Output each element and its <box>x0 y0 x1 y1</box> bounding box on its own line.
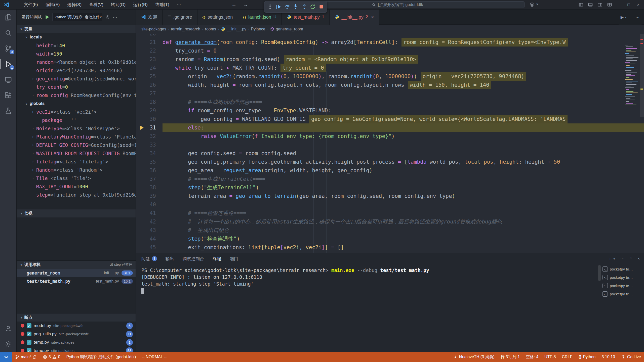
close-icon[interactable]: × <box>371 15 374 20</box>
code-line-22[interactable]: 22 try_count = 0 <box>136 47 644 55</box>
variable-row[interactable]: ›NoiseType = <class 'NoiseType'> <box>17 124 136 132</box>
status-go-live[interactable]: Go Live <box>618 352 644 362</box>
code-line-39[interactable]: 39 terrain_area = geo_area_to_terrain(ge… <box>136 192 644 200</box>
variable-row[interactable]: ›TileTag = <class 'TileTag'> <box>17 157 136 166</box>
status-git-author[interactable]: blueloveTH (3 周前) <box>451 352 497 362</box>
panel-tab-输出[interactable]: 输出 <box>166 253 174 264</box>
breakpoint-row[interactable]: ✓model.pysite-packages\wfc6 <box>17 322 136 330</box>
code-line-33[interactable]: 33 <box>136 141 644 149</box>
debug-config-dropdown[interactable]: Python 调试程序: 启动文件∨ <box>52 13 102 21</box>
code-line-24[interactable]: 24 while try_count < MAX_TRY_COUNT:try_c… <box>136 64 644 72</box>
code-line-30[interactable]: 30 geo_config = WASTELAND_GEO_CONFIGgeo_… <box>136 115 644 123</box>
terminal-instance[interactable]: >_pocketpy te… <box>602 290 643 298</box>
code-line-29[interactable]: 29 if room_config.env_type == EnvType.WA… <box>136 106 644 115</box>
terminal-instance[interactable]: >_pocketpy te… <box>602 265 643 273</box>
breakpoint-checkbox[interactable]: ✓ <box>27 348 31 352</box>
status-cursor-position[interactable]: 行 31, 列 1 <box>498 352 523 362</box>
minimize-button[interactable]: – <box>615 1 623 9</box>
menu-终端(T)[interactable]: 终端(T) <box>151 0 173 10</box>
variable-row[interactable]: width = 150 <box>17 50 136 58</box>
status-debug-config[interactable]: Python 调试程序: 启动文件 (godot-ldtk) <box>63 352 139 362</box>
close-button[interactable]: × <box>634 1 642 9</box>
status-eol[interactable]: CRLF <box>559 352 575 362</box>
step-into-button[interactable] <box>292 2 300 11</box>
menu-···[interactable]: ··· <box>173 0 185 10</box>
panel-tab-终端[interactable]: 终端 <box>213 253 221 264</box>
breakpoint-checkbox[interactable]: ✓ <box>27 340 31 345</box>
code-line-45[interactable]: 45 exit_combinations: list[tuple[vec2i, … <box>136 243 644 252</box>
menu-转到(G)[interactable]: 转到(G) <box>107 0 130 10</box>
variable-row[interactable]: ›geo_config = GeoConfig(seed=None, wor… <box>17 74 136 83</box>
code-line-21[interactable]: 21def generate_room(room_config: RoomReq… <box>136 38 644 47</box>
gear-icon[interactable] <box>105 14 110 20</box>
status-python-version[interactable]: 3.10.10 <box>598 352 618 362</box>
menu-文件(F)[interactable]: 文件(F) <box>20 0 42 10</box>
activitybar-remote-explorer[interactable] <box>0 72 17 87</box>
activitybar-source-control[interactable]: 3 <box>0 41 17 56</box>
activitybar-explorer[interactable] <box>0 10 17 25</box>
code-line-37[interactable]: 37 # ====生成TerrainCell==== <box>136 175 644 183</box>
variable-row[interactable]: height = 140 <box>17 41 136 50</box>
breadcrumb-item[interactable]: terrain_research <box>171 27 200 31</box>
minimap[interactable] <box>625 45 640 108</box>
breakpoint-checkbox[interactable]: ✓ <box>27 323 31 328</box>
status-indentation[interactable]: 空格: 4 <box>523 352 541 362</box>
activitybar-account[interactable] <box>0 321 17 336</box>
code-line-27[interactable]: 27 <box>136 89 644 98</box>
code-line-23[interactable]: 23 random = Random(room_config.seed)rand… <box>136 55 644 64</box>
menu-查看(V)[interactable]: 查看(V) <box>85 0 107 10</box>
code-line-41[interactable]: 41 # ====检查连通性==== <box>136 209 644 217</box>
variable-row[interactable]: __package__ = '' <box>17 116 136 124</box>
toggle-panel-left-icon[interactable] <box>577 1 585 9</box>
status-branch-indicator[interactable]: main* <box>12 352 40 362</box>
more-actions-icon[interactable]: ⋯ <box>620 256 624 261</box>
breakpoint-checkbox[interactable]: ✓ <box>27 332 31 336</box>
tab-.gdignore[interactable]: ☰.gdignore <box>163 10 197 25</box>
stack-frame[interactable]: generate_room__init__.py31:1 <box>17 269 136 277</box>
variable-row[interactable]: ›WASTELAND_ROOM_REQUEST_CONFIG = RoomR… <box>17 149 136 157</box>
close-panel-icon[interactable]: × <box>637 256 640 261</box>
code-line-20[interactable]: 20 <box>136 34 644 38</box>
variable-row[interactable]: ›room_config = RoomRequestConfig(env_t… <box>17 91 136 99</box>
new-terminal-icon[interactable]: ＋∨ <box>608 256 615 262</box>
breadcrumb-item[interactable]: __init__.py <box>221 27 246 32</box>
copilot-menu[interactable]: ∨ <box>529 2 538 7</box>
breadcrumb-item[interactable]: Pylance <box>251 27 265 31</box>
step-over-button[interactable] <box>283 2 291 11</box>
activitybar-search[interactable] <box>0 25 17 41</box>
breadcrumb-item[interactable]: site-packages <box>141 27 166 31</box>
activitybar-extensions[interactable] <box>0 87 17 103</box>
tab-__init__.py[interactable]: __init__.py2× <box>330 10 379 25</box>
more-actions-icon[interactable]: ⋯ <box>635 15 639 20</box>
tree-group-globals[interactable]: ∨globals <box>17 99 136 108</box>
terminal-output[interactable]: PS C:\computer_science\godot-ldtk\site-p… <box>141 267 592 294</box>
variable-row[interactable]: ›Tile = <class 'Tile'> <box>17 174 136 182</box>
variable-row[interactable]: origin = vec2i(7205730, 9024468) <box>17 66 136 74</box>
menu-选择(S)[interactable]: 选择(S) <box>63 0 85 10</box>
tab-settings.json[interactable]: {}settings.json <box>197 10 238 25</box>
variable-row[interactable]: ›Random = <class 'Random'> <box>17 166 136 174</box>
breakpoint-row[interactable]: ✓png_utils.pysite-packages\wfc11 <box>17 330 136 338</box>
variable-row[interactable]: random = <Random object at 0x1bf9d01e… <box>17 58 136 66</box>
code-line-43[interactable]: 43 # 生成出口组合 <box>136 226 644 235</box>
activitybar-settings[interactable] <box>0 336 17 352</box>
callstack-section-header[interactable]: ∨ 调用堆栈 因 step 已暂停 <box>17 260 136 269</box>
stop-button[interactable] <box>317 2 325 11</box>
terminal-instance[interactable]: >_pocketpy te… <box>602 273 643 282</box>
panel-tab-问题[interactable]: 问题3 <box>141 253 157 264</box>
tree-group-locals[interactable]: ∨locals <box>17 33 136 41</box>
restart-button[interactable] <box>309 2 317 11</box>
start-debug-icon[interactable] <box>44 14 50 20</box>
panel-tab-调试控制台[interactable]: 调试控制台 <box>183 253 204 264</box>
code-line-25[interactable]: 25 origin = vec2i(random.randint(0, 1000… <box>136 72 644 81</box>
status-vim-mode[interactable]: -- NORMAL -- <box>139 352 170 362</box>
activitybar-testing[interactable] <box>0 103 17 119</box>
variables-section-header[interactable]: ∨ 变量 <box>17 25 136 33</box>
breakpoints-section-header[interactable]: ∨ 断点 <box>17 313 136 322</box>
code-line-31[interactable]: 31 else: <box>136 123 644 132</box>
variable-row[interactable]: step = <function step at 0x1bf9cd216d <box>17 191 136 199</box>
tab-欢迎[interactable]: 欢迎 <box>136 10 163 25</box>
status-encoding[interactable]: UTF-8 <box>541 352 559 362</box>
menu-编辑(E)[interactable]: 编辑(E) <box>42 0 64 10</box>
maximize-panel-icon[interactable]: ⌃ <box>629 257 632 261</box>
